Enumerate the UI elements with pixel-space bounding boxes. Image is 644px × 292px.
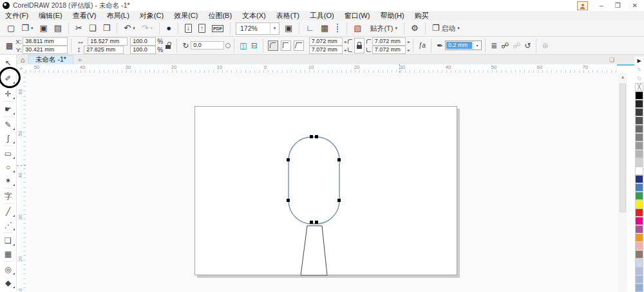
- convert-to-curves-button[interactable]: ↺: [524, 41, 531, 50]
- crop-tool[interactable]: ✛: [1, 87, 15, 100]
- scalloped-corner-button[interactable]: [281, 41, 291, 51]
- options-button[interactable]: ⚙: [408, 22, 421, 35]
- print-button[interactable]: ▤: [52, 22, 64, 35]
- show-grid-button[interactable]: ▦: [318, 22, 331, 35]
- snap-to-button[interactable]: 贴齐(T)▾: [365, 22, 400, 35]
- color-swatch[interactable]: [635, 158, 643, 167]
- zoom-level-value[interactable]: 172%: [236, 24, 270, 32]
- export-button[interactable]: ↑: [196, 22, 208, 35]
- rotation-angle-field[interactable]: 0.0: [191, 41, 224, 50]
- color-swatch[interactable]: [635, 91, 643, 100]
- chevron-down-icon[interactable]: ▾: [457, 26, 460, 31]
- menu-file[interactable]: 文件(F): [0, 11, 33, 21]
- cut-button[interactable]: ✂: [73, 22, 85, 35]
- scrollbar-thumb[interactable]: [620, 84, 626, 212]
- scale-x-field[interactable]: 100.0: [130, 37, 156, 46]
- open-button[interactable]: ❐▾: [19, 22, 35, 35]
- show-rulers-button[interactable]: ∟: [303, 22, 317, 35]
- menu-effects[interactable]: 效果(C): [169, 11, 203, 21]
- ellipse-tool[interactable]: ○: [1, 160, 15, 174]
- edit-corners-together-button[interactable]: [354, 38, 365, 53]
- new-tab-button[interactable]: +: [73, 56, 86, 64]
- stepper-icon[interactable]: ◂▸: [407, 39, 410, 44]
- ruler-origin-corner[interactable]: ✛: [17, 64, 26, 73]
- outline-width-value[interactable]: 0.2 mm: [446, 42, 472, 49]
- node-bottom-left[interactable]: [310, 221, 313, 224]
- save-button[interactable]: ▣: [37, 22, 50, 35]
- pan-tool[interactable]: ☛: [1, 102, 15, 116]
- color-swatch[interactable]: [635, 108, 643, 116]
- text-tool[interactable]: 字: [1, 189, 15, 203]
- node-right-lower[interactable]: [337, 199, 341, 202]
- dimension-tool[interactable]: ╱: [1, 205, 15, 218]
- chevron-down-icon[interactable]: ▾: [395, 26, 397, 31]
- transparency-tool[interactable]: ▦: [1, 247, 15, 260]
- chamfered-corner-button[interactable]: [294, 41, 304, 51]
- import-button[interactable]: ↓: [182, 22, 194, 35]
- corner-radius-br-field[interactable]: 7.072 mm: [372, 46, 406, 54]
- color-swatch[interactable]: [635, 192, 643, 200]
- menu-bitmaps[interactable]: 位图(B): [203, 11, 237, 21]
- node-right-upper[interactable]: [337, 158, 341, 161]
- node-bottom-right[interactable]: [315, 221, 318, 224]
- eyedropper-tool[interactable]: ◎: [1, 262, 15, 276]
- mirror-horizontal-button[interactable]: ◫: [240, 41, 247, 50]
- menu-help[interactable]: 帮助(H): [375, 11, 409, 21]
- rounded-rectangle-shape[interactable]: [289, 137, 339, 224]
- menu-edit[interactable]: 编辑(E): [33, 11, 68, 21]
- menu-window[interactable]: 窗口(W): [339, 11, 375, 21]
- menu-view[interactable]: 查看(V): [68, 11, 102, 21]
- restore-button[interactable]: ❐: [615, 2, 621, 9]
- x-position-field[interactable]: 38.811 mm: [23, 37, 68, 46]
- launch-button[interactable]: ❐启动▾: [430, 22, 462, 35]
- node-top-right[interactable]: [315, 135, 318, 138]
- lock-ratio-button[interactable]: [166, 42, 171, 49]
- color-swatch[interactable]: [635, 250, 643, 259]
- no-color-swatch[interactable]: ╳: [635, 83, 643, 91]
- node-left-upper[interactable]: [287, 158, 290, 161]
- fullscreen-preview-button[interactable]: ▣: [282, 22, 295, 35]
- wrap-text-icon[interactable]: ≣: [491, 41, 497, 50]
- connector-tool[interactable]: ⋰: [1, 218, 15, 232]
- color-swatch[interactable]: [635, 284, 643, 292]
- welcome-screen-button[interactable]: ●: [164, 22, 174, 35]
- rectangle-tool[interactable]: ▭: [1, 147, 15, 160]
- document-tab[interactable]: 未命名 -1*: [28, 55, 73, 64]
- bezier-tool[interactable]: ʃ: [1, 131, 15, 145]
- chevron-down-icon[interactable]: ▾: [270, 23, 279, 34]
- zoom-level-combo[interactable]: 172%▾: [236, 23, 279, 35]
- scale-y-field[interactable]: 100.0: [130, 46, 156, 54]
- trapezoid-shape[interactable]: [301, 226, 327, 275]
- corner-radius-bl-field[interactable]: 7.072 mm: [309, 46, 343, 54]
- stepper-icon[interactable]: ◂▸: [407, 48, 410, 52]
- height-field[interactable]: 27.825 mm: [84, 46, 124, 54]
- color-swatch[interactable]: [635, 100, 643, 108]
- color-swatch[interactable]: [635, 217, 643, 225]
- horizontal-ruler[interactable]: 5040302010010203040506070: [26, 64, 617, 73]
- drawing-canvas[interactable]: [26, 73, 618, 292]
- color-swatch[interactable]: [635, 208, 643, 217]
- shape-tool[interactable]: ✐: [1, 71, 15, 85]
- round-corner-button[interactable]: [268, 41, 278, 51]
- polygon-tool[interactable]: ✶: [1, 174, 15, 187]
- color-swatch[interactable]: [635, 259, 643, 267]
- width-field[interactable]: 15.527 mm: [88, 37, 128, 46]
- color-swatch[interactable]: [635, 133, 643, 141]
- corner-radius-tl-field[interactable]: 7.072 mm: [309, 37, 343, 46]
- minimize-button[interactable]: –: [600, 2, 603, 9]
- node-left-lower[interactable]: [287, 199, 290, 202]
- pick-tool[interactable]: ↖: [1, 56, 15, 69]
- menu-tools[interactable]: 工具(O): [305, 11, 339, 21]
- chevron-down-icon[interactable]: ▾: [133, 26, 135, 31]
- color-swatch[interactable]: [635, 116, 643, 125]
- color-swatch[interactable]: [635, 141, 643, 150]
- stepper-icon[interactable]: ◂▸: [344, 39, 346, 44]
- wrap-paragraph-text-button[interactable]: ƒa: [419, 42, 426, 49]
- publish-pdf-button[interactable]: PDF: [209, 22, 226, 35]
- show-guidelines-button[interactable]: ┊: [332, 22, 343, 35]
- menu-table[interactable]: 表格(T): [271, 11, 305, 21]
- freehand-tool[interactable]: ✎: [1, 118, 15, 131]
- stepper-icon[interactable]: ◂▸: [344, 48, 346, 52]
- color-swatch[interactable]: [635, 125, 643, 133]
- menu-layout[interactable]: 布局(L): [101, 11, 134, 21]
